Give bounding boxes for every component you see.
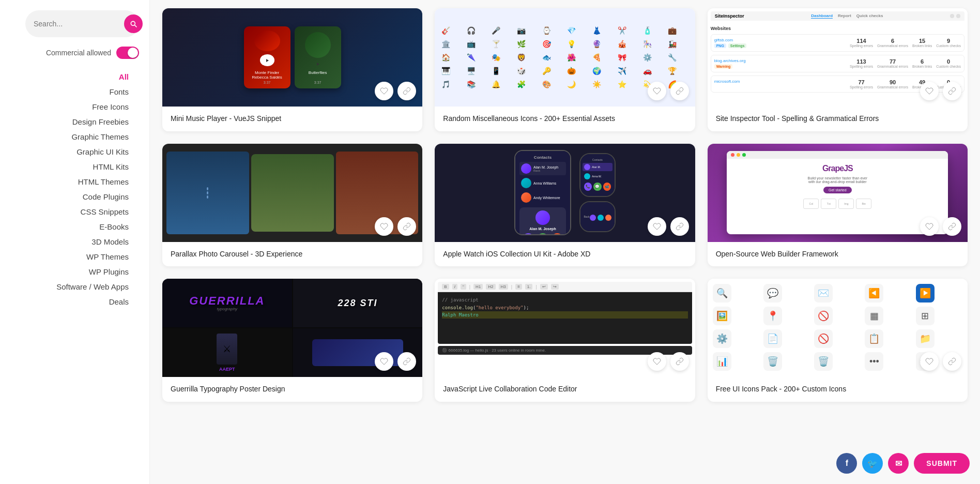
card-image-showcase: 🔍 💬 ✉️ ◀️ ▶️ 🖼️ 📍 🚫 ▦ ⊞ ⚙️ 📄 🚫 📋 📁 📊	[708, 279, 968, 377]
character-figure: ⚔	[217, 334, 237, 365]
inspector-row-1: giftsb.com PNG Settings 114Spelling erro…	[711, 34, 964, 52]
facebook-share-button[interactable]: f	[836, 453, 857, 474]
character-icon: ⚔	[223, 343, 231, 355]
icon-cell: 🎧	[465, 25, 477, 36]
toolbar-btn-bold[interactable]: B	[442, 284, 449, 290]
sidebar-item-html-kits[interactable]: HTML Kits	[0, 159, 139, 174]
toolbar-btn-undo[interactable]: ↩	[540, 284, 548, 290]
sidebar-item-css-snippets[interactable]: CSS Snippets	[0, 204, 139, 219]
grape-content: GrapeJS Build your newsletter faster tha…	[727, 159, 948, 214]
icon-cell: 🌙	[566, 79, 577, 90]
tab-dashboard[interactable]: Dashboard	[811, 13, 833, 19]
card-grapejs: GrapeJS Build your newsletter faster tha…	[708, 144, 968, 267]
like-button-code[interactable]	[648, 352, 666, 371]
card-title-code: JavaScript Live Collaboration Code Edito…	[443, 384, 686, 395]
like-button-inspector[interactable]	[920, 82, 939, 100]
card-title-watch: Apple Watch iOS Collection UI Kit - Adob…	[443, 249, 686, 260]
toolbar-btn-h3[interactable]: H3	[499, 284, 508, 290]
toolbar-btn-italic[interactable]: I	[452, 284, 457, 290]
grape-block-3: Img	[838, 199, 854, 209]
nav-list: All Fonts Free Icons Design Freebies Gra…	[0, 69, 139, 309]
icon-cell: 📺	[465, 38, 477, 50]
contact-detail: Alan M. Joseph	[519, 207, 566, 235]
phone-contacts-header: Contacts	[519, 155, 566, 160]
code-editor-area: // javascript console.log("hello everybo…	[438, 292, 692, 344]
link-button-guerrilla[interactable]	[397, 352, 416, 371]
like-button-grape[interactable]	[920, 217, 939, 236]
sidebar-item-graphic-ui-kits[interactable]: Graphic UI Kits	[0, 144, 139, 159]
like-button-guerrilla[interactable]	[375, 352, 393, 371]
toolbar-btn-ul[interactable]: ≡	[515, 284, 522, 290]
link-icon	[403, 222, 411, 231]
watch-call-btn[interactable]: 📞	[584, 183, 592, 191]
sidebar-item-free-icons[interactable]: Free Icons	[0, 99, 139, 114]
link-button-watch[interactable]	[670, 217, 689, 236]
link-icon	[948, 222, 956, 231]
heart-icon	[653, 87, 661, 95]
showcase-icon-grid2: ⊞	[916, 307, 935, 325]
sidebar-item-software-web-apps[interactable]: Software / Web Apps	[0, 279, 139, 294]
tab-report[interactable]: Report	[838, 13, 851, 19]
sidebar-item-graphic-themes[interactable]: Graphic Themes	[0, 129, 139, 144]
call-btn[interactable]	[523, 233, 534, 235]
guerrilla-cell-2: 228 STI	[293, 279, 423, 327]
like-button-showcase[interactable]	[920, 352, 939, 371]
email-share-button[interactable]: ✉	[888, 453, 909, 474]
phone-screen: Contacts Alan M. Joseph Back	[515, 151, 570, 235]
like-button-icons[interactable]	[648, 82, 666, 100]
link-button-music[interactable]	[397, 82, 416, 100]
video-btn[interactable]	[552, 233, 563, 235]
search-input[interactable]	[34, 20, 124, 28]
sidebar-item-all[interactable]: All	[0, 69, 139, 84]
link-button-inspector[interactable]	[943, 82, 961, 100]
icon-cell: ✂️	[616, 25, 627, 36]
sidebar-item-3d-models[interactable]: 3D Models	[0, 234, 139, 249]
sidebar-item-wp-themes[interactable]: WP Themes	[0, 249, 139, 264]
showcase-icon-file: 📄	[763, 329, 782, 348]
sidebar-item-wp-plugins[interactable]: WP Plugins	[0, 264, 139, 279]
code-highlight-line: Ralph Maestro	[442, 311, 687, 319]
submit-button[interactable]: SUBMIT	[914, 453, 970, 474]
toolbar-btn-ol[interactable]: 1.	[525, 284, 533, 290]
grape-titlebar	[727, 151, 948, 159]
link-button-parallax[interactable]	[397, 217, 416, 236]
grape-cta[interactable]: Get started	[823, 187, 852, 193]
sidebar-item-code-plugins[interactable]: Code Plugins	[0, 189, 139, 204]
watch-thumb-2	[598, 215, 604, 221]
heart-icon	[925, 87, 933, 95]
sidebar-item-deals[interactable]: Deals	[0, 294, 139, 309]
like-button-parallax[interactable]	[375, 217, 393, 236]
like-button-watch[interactable]	[648, 217, 666, 236]
search-button[interactable]	[124, 14, 143, 33]
websites-label: Websites	[711, 26, 964, 31]
icon-cell: 🔑	[541, 65, 552, 77]
link-button-showcase[interactable]	[943, 352, 961, 371]
toolbar-btn-quote[interactable]: "	[461, 284, 466, 290]
card-body-parallax: Parallax Photo Carousel - 3D Experience	[162, 242, 422, 267]
link-button-icons[interactable]	[670, 82, 689, 100]
msg-btn[interactable]	[537, 233, 548, 235]
toolbar-btn-redo[interactable]: ↪	[551, 284, 559, 290]
commercial-toggle-switch[interactable]	[116, 47, 139, 59]
sidebar-item-fonts[interactable]: Fonts	[0, 84, 139, 99]
icon-cell: 🍸	[491, 38, 502, 50]
sidebar-item-html-themes[interactable]: HTML Themes	[0, 174, 139, 189]
icon-cell: 🖥️	[465, 65, 477, 77]
icon-cell: 🏠	[440, 52, 451, 63]
watch-video-btn[interactable]: 📹	[603, 183, 611, 191]
sidebar-item-design-freebies[interactable]: Design Freebies	[0, 114, 139, 129]
tab-quick-checks[interactable]: Quick checks	[856, 13, 883, 19]
toolbar-btn-h1[interactable]: H1	[473, 284, 483, 290]
card-body-grape: Open-Source Web Builder Framework	[708, 242, 968, 267]
link-button-code[interactable]	[670, 352, 689, 371]
twitter-share-button[interactable]: 🐦	[862, 453, 883, 474]
icon-cell: 🏆	[667, 65, 678, 77]
showcase-icon-trash2: 🗑️	[814, 352, 833, 371]
watch-name-1: Alan M.	[592, 165, 601, 169]
watch-msg-btn[interactable]: 💬	[593, 183, 601, 191]
sidebar-item-e-books[interactable]: E-Books	[0, 219, 139, 234]
like-button-music[interactable]	[375, 82, 393, 100]
search-bar	[25, 10, 139, 37]
toolbar-btn-h2[interactable]: H2	[486, 284, 495, 290]
link-button-grape[interactable]	[943, 217, 961, 236]
